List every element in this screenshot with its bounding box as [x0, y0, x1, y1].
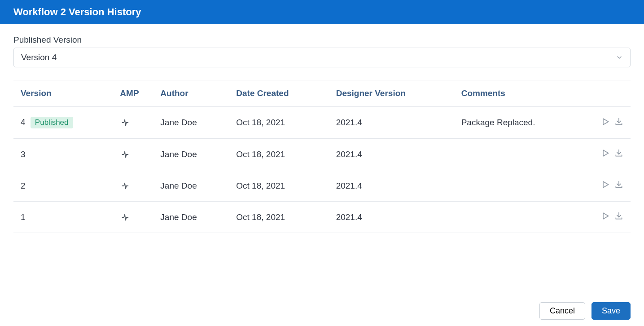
amp-icon	[120, 118, 146, 128]
dialog-header: Workflow 2 Version History	[0, 0, 644, 24]
cell-comments	[454, 139, 586, 170]
dialog-body: Published Version Version 4 Version AMP …	[0, 24, 644, 269]
published-version-value: Version 4	[21, 53, 57, 62]
table-row: 4 PublishedJane DoeOct 18, 20212021.4Pac…	[13, 107, 631, 139]
chevron-down-icon	[616, 54, 623, 61]
col-date[interactable]: Date Created	[229, 80, 329, 107]
cell-version: 4 Published	[13, 107, 113, 139]
cell-amp	[113, 170, 153, 202]
version-number: 4	[21, 117, 26, 127]
cell-comments: Package Replaced.	[454, 107, 586, 139]
download-icon[interactable]	[614, 211, 623, 220]
cell-author: Jane Doe	[153, 139, 229, 170]
col-comments[interactable]: Comments	[454, 80, 586, 107]
cell-date: Oct 18, 2021	[229, 202, 329, 233]
cell-comments	[454, 170, 586, 202]
cell-amp	[113, 202, 153, 233]
cell-version: 1	[13, 202, 113, 233]
svg-marker-3	[603, 213, 609, 219]
cell-actions	[586, 107, 631, 139]
col-amp[interactable]: AMP	[113, 80, 153, 107]
cell-comments	[454, 202, 586, 233]
download-icon[interactable]	[614, 180, 623, 189]
play-icon[interactable]	[601, 211, 610, 220]
version-number: 3	[21, 150, 26, 159]
svg-marker-0	[603, 119, 609, 124]
amp-icon	[120, 212, 146, 222]
version-number: 1	[21, 212, 26, 222]
col-version[interactable]: Version	[13, 80, 113, 107]
amp-icon	[120, 150, 146, 159]
cell-designer: 2021.4	[329, 170, 454, 202]
cell-designer: 2021.4	[329, 107, 454, 139]
versions-table: Version AMP Author Date Created Designer…	[13, 80, 631, 233]
download-icon[interactable]	[614, 149, 623, 158]
table-row: 1Jane DoeOct 18, 20212021.4	[13, 202, 631, 233]
dialog-title: Workflow 2 Version History	[13, 6, 141, 18]
cell-date: Oct 18, 2021	[229, 170, 329, 202]
table-row: 3Jane DoeOct 18, 20212021.4	[13, 139, 631, 170]
cell-designer: 2021.4	[329, 202, 454, 233]
cell-version: 3	[13, 139, 113, 170]
cell-actions	[586, 139, 631, 170]
published-badge: Published	[31, 117, 73, 128]
play-icon[interactable]	[601, 180, 610, 189]
cell-amp	[113, 139, 153, 170]
col-author[interactable]: Author	[153, 80, 229, 107]
cell-designer: 2021.4	[329, 139, 454, 170]
cell-author: Jane Doe	[153, 107, 229, 139]
cell-amp	[113, 107, 153, 139]
play-icon[interactable]	[601, 149, 610, 158]
play-icon[interactable]	[601, 117, 610, 126]
download-icon[interactable]	[614, 117, 623, 126]
version-number: 2	[21, 181, 26, 190]
cell-date: Oct 18, 2021	[229, 107, 329, 139]
cell-version: 2	[13, 170, 113, 202]
svg-marker-1	[603, 150, 609, 156]
col-actions	[586, 80, 631, 107]
amp-icon	[120, 181, 146, 191]
published-version-label: Published Version	[13, 35, 631, 45]
cell-author: Jane Doe	[153, 202, 229, 233]
cell-actions	[586, 202, 631, 233]
cell-actions	[586, 170, 631, 202]
table-row: 2Jane DoeOct 18, 20212021.4	[13, 170, 631, 202]
cell-author: Jane Doe	[153, 170, 229, 202]
published-version-select[interactable]: Version 4	[13, 48, 631, 67]
cell-date: Oct 18, 2021	[229, 139, 329, 170]
col-designer[interactable]: Designer Version	[329, 80, 454, 107]
svg-marker-2	[603, 181, 609, 187]
